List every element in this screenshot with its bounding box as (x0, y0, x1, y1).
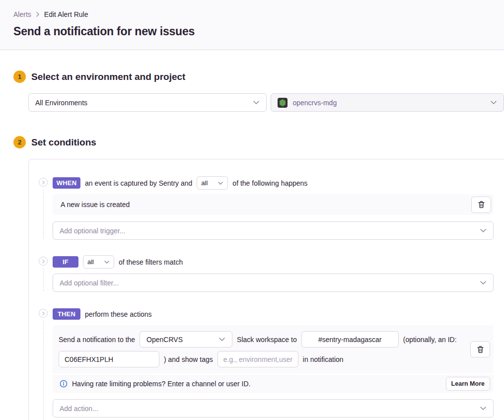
when-badge: WHEN (53, 177, 80, 189)
step-1-number-badge: 1 (13, 70, 26, 83)
step-2-number-badge: 2 (13, 136, 26, 148)
breadcrumb-alerts-link[interactable]: Alerts (13, 10, 31, 18)
add-filter-placeholder: Add optional filter... (60, 279, 119, 287)
add-action-select[interactable]: Add action... (53, 399, 494, 418)
nodejs-platform-icon (278, 98, 288, 108)
then-text-after: perform these actions (85, 310, 152, 318)
delete-action-button[interactable] (470, 341, 490, 357)
action-text-3: (optionally, an ID: (403, 336, 457, 344)
step-2-title: Set conditions (31, 137, 96, 148)
page-title: Send a notification for new issues (13, 25, 491, 38)
project-select-value: opencrvs-mdg (292, 99, 337, 107)
trash-icon (477, 346, 484, 353)
channel-input[interactable] (301, 331, 399, 348)
if-header: IF all of these filters match (53, 255, 494, 269)
project-select[interactable]: opencrvs-mdg (271, 93, 504, 112)
if-step: IF all of these filters match Add option… (39, 255, 494, 292)
channel-id-input[interactable] (59, 351, 159, 367)
tags-input[interactable] (217, 351, 298, 367)
add-action-placeholder: Add action... (60, 405, 98, 413)
action-line-2: ) and show tags in notification (59, 351, 465, 367)
if-match-value: all (87, 258, 94, 266)
chevron-down-icon (480, 406, 487, 411)
if-text-after: of these filters match (119, 258, 183, 266)
rate-limit-notice: Having rate limiting problems? Enter a c… (53, 375, 494, 393)
action-text-4: ) and show tags (164, 355, 213, 363)
then-badge: THEN (53, 308, 80, 320)
condition-row: A new issue is created (53, 194, 494, 215)
environment-select-value: All Environments (35, 99, 87, 107)
rail-dashed-connector (43, 321, 44, 420)
when-match-value: all (201, 179, 208, 187)
action-text-2: Slack workspace to (237, 336, 297, 344)
breadcrumb-current: Edit Alert Rule (44, 10, 88, 18)
chevron-down-icon (480, 280, 487, 285)
add-trigger-placeholder: Add optional trigger... (60, 227, 125, 235)
slack-action-row: Send a notification to the OpenCRVS Slac… (53, 325, 494, 373)
chevron-down-icon (104, 260, 110, 264)
info-icon (60, 380, 68, 388)
step-2-heading: 2 Set conditions (13, 136, 504, 148)
notice-text: Having rate limiting problems? Enter a c… (72, 380, 251, 388)
environment-project-row: All Environments opencrvs-mdg (28, 93, 504, 112)
add-optional-trigger-select[interactable]: Add optional trigger... (53, 221, 494, 240)
when-text-after: of the following happens (232, 179, 307, 187)
breadcrumb-chevron-icon (36, 11, 40, 17)
if-rail (39, 255, 53, 292)
environment-select[interactable]: All Environments (28, 93, 267, 112)
if-match-select[interactable]: all (83, 255, 114, 269)
chevron-down-icon (217, 181, 223, 185)
condition-label: A new issue is created (61, 201, 130, 209)
then-header: THEN perform these actions (53, 307, 494, 321)
when-match-select[interactable]: all (197, 176, 228, 190)
rail-dashed-connector (43, 190, 44, 239)
workspace-select[interactable]: OpenCRVS (140, 331, 232, 348)
chevron-circle-icon[interactable] (39, 257, 48, 266)
add-optional-filter-select[interactable]: Add optional filter... (53, 274, 494, 292)
delete-condition-button[interactable] (471, 197, 491, 213)
chevron-down-icon (253, 100, 260, 105)
action-text-5: in notification (303, 355, 344, 363)
workspace-select-value: OpenCRVS (146, 336, 183, 344)
action-line-1: Send a notification to the OpenCRVS Slac… (59, 331, 465, 348)
chevron-down-icon (490, 100, 497, 105)
when-text-before: an event is captured by Sentry and (85, 179, 192, 187)
chevron-circle-icon[interactable] (39, 178, 48, 187)
learn-more-button[interactable]: Learn More (446, 377, 490, 391)
when-step: WHEN an event is captured by Sentry and … (39, 176, 494, 240)
if-badge: IF (53, 256, 78, 268)
step-1-title: Select an environment and project (31, 71, 185, 82)
then-rail (39, 307, 53, 420)
chevron-circle-icon[interactable] (39, 309, 48, 318)
breadcrumb: Alerts Edit Alert Rule (13, 10, 491, 18)
trash-icon (478, 201, 485, 209)
chevron-down-icon (218, 337, 225, 342)
when-header: WHEN an event is captured by Sentry and … (53, 176, 494, 190)
rail-dashed-connector (43, 269, 44, 291)
then-step: THEN perform these actions Send a notifi… (39, 307, 494, 420)
chevron-down-icon (480, 228, 487, 233)
action-text-1: Send a notification to the (59, 336, 135, 344)
conditions-panel: WHEN an event is captured by Sentry and … (28, 159, 504, 420)
step-1-heading: 1 Select an environment and project (13, 70, 504, 83)
when-rail (39, 176, 53, 240)
page-header: Alerts Edit Alert Rule Send a notificati… (0, 0, 504, 50)
